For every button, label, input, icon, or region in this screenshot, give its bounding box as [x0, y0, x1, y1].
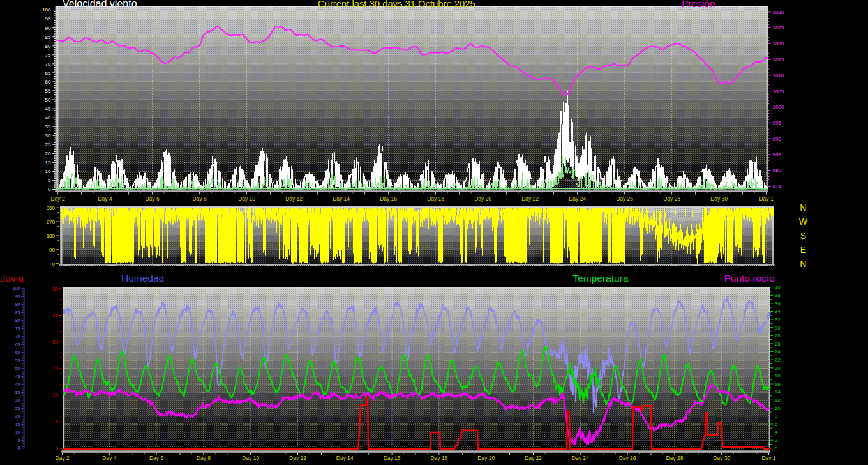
- svg-text:26: 26: [775, 341, 781, 347]
- svg-text:100: 100: [42, 7, 51, 13]
- svg-text:0: 0: [775, 446, 778, 452]
- svg-text:Presión: Presión: [682, 0, 715, 9]
- svg-text:50: 50: [45, 97, 51, 103]
- svg-text:20: 20: [45, 151, 51, 156]
- svg-text:4: 4: [775, 429, 778, 435]
- svg-text:Velocidad viento: Velocidad viento: [63, 0, 137, 9]
- svg-text:0: 0: [52, 261, 56, 267]
- svg-text:1000: 1000: [773, 104, 784, 110]
- svg-text:N: N: [800, 202, 806, 213]
- svg-text:Day 24: Day 24: [569, 195, 586, 202]
- svg-text:N: N: [800, 259, 806, 269]
- svg-text:Day 22: Day 22: [525, 455, 542, 461]
- svg-text:40: 40: [15, 382, 20, 386]
- svg-text:Lluvia: Lluvia: [0, 273, 24, 284]
- svg-text:45: 45: [15, 374, 20, 379]
- svg-text:Day 6: Day 6: [145, 195, 159, 202]
- svg-text:15: 15: [52, 366, 58, 372]
- svg-text:Day 1: Day 1: [759, 195, 773, 202]
- svg-text:1020: 1020: [773, 41, 784, 47]
- svg-text:270: 270: [47, 219, 56, 225]
- svg-text:995: 995: [773, 120, 782, 126]
- svg-text:34: 34: [775, 309, 781, 314]
- svg-text:2: 2: [775, 438, 778, 443]
- svg-text:Temperatura: Temperatura: [573, 273, 629, 284]
- svg-text:40: 40: [45, 115, 51, 121]
- svg-text:Day 30: Day 30: [710, 195, 728, 202]
- svg-text:60: 60: [45, 79, 51, 85]
- svg-text:40: 40: [775, 285, 781, 291]
- svg-text:980: 980: [773, 167, 782, 173]
- svg-text:Current last 30 days 31 Octubr: Current last 30 days 31 Octubre 2025: [318, 0, 475, 9]
- svg-text:Day 30: Day 30: [713, 455, 730, 461]
- svg-text:Day 6: Day 6: [149, 455, 163, 461]
- svg-text:0: 0: [55, 446, 58, 452]
- svg-text:Day 2: Day 2: [55, 455, 69, 461]
- svg-text:1025: 1025: [773, 25, 784, 31]
- svg-text:30: 30: [15, 398, 20, 402]
- svg-text:0: 0: [48, 187, 51, 192]
- svg-text:95: 95: [15, 294, 20, 299]
- svg-text:Day 20: Day 20: [477, 455, 495, 461]
- svg-text:70: 70: [45, 61, 51, 67]
- svg-text:1005: 1005: [773, 89, 784, 95]
- svg-text:10: 10: [15, 430, 20, 434]
- svg-text:990: 990: [773, 136, 782, 142]
- svg-text:Day 1: Day 1: [761, 455, 775, 461]
- svg-text:14: 14: [775, 389, 781, 395]
- svg-text:25: 25: [15, 406, 20, 411]
- svg-text:55: 55: [45, 88, 51, 94]
- svg-text:W: W: [799, 217, 808, 227]
- svg-text:6: 6: [775, 422, 778, 427]
- svg-text:24: 24: [775, 349, 781, 354]
- svg-text:80: 80: [45, 43, 51, 49]
- svg-text:Day 4: Day 4: [102, 455, 116, 461]
- svg-text:20: 20: [52, 339, 58, 345]
- svg-text:75: 75: [45, 52, 51, 58]
- svg-text:Day 16: Day 16: [384, 455, 401, 461]
- svg-text:1030: 1030: [773, 10, 784, 15]
- svg-text:30: 30: [45, 133, 51, 139]
- svg-text:Day 8: Day 8: [197, 455, 211, 461]
- svg-text:Day 18: Day 18: [427, 195, 444, 202]
- svg-text:30: 30: [775, 325, 781, 331]
- svg-text:Day 28: Day 28: [666, 455, 683, 461]
- svg-text:18: 18: [775, 373, 781, 379]
- svg-text:Day 14: Day 14: [333, 195, 350, 202]
- svg-text:32: 32: [775, 317, 781, 323]
- svg-text:16: 16: [775, 381, 781, 387]
- svg-text:75: 75: [15, 326, 20, 331]
- svg-text:100: 100: [13, 286, 20, 291]
- svg-text:55: 55: [15, 358, 20, 363]
- svg-text:Day 20: Day 20: [474, 195, 491, 202]
- svg-text:Day 4: Day 4: [98, 195, 112, 202]
- svg-text:36: 36: [775, 301, 781, 307]
- svg-text:10: 10: [52, 392, 58, 398]
- svg-text:5: 5: [18, 438, 20, 443]
- svg-text:25: 25: [52, 312, 58, 318]
- svg-text:85: 85: [45, 34, 51, 40]
- svg-text:38: 38: [775, 293, 781, 298]
- svg-text:Day 16: Day 16: [380, 195, 397, 202]
- svg-text:10: 10: [775, 406, 781, 411]
- svg-text:80: 80: [15, 318, 20, 323]
- svg-text:15: 15: [45, 160, 51, 165]
- svg-text:65: 65: [15, 342, 20, 347]
- svg-text:20: 20: [775, 365, 781, 371]
- svg-text:Day 10: Day 10: [242, 455, 259, 461]
- svg-text:85: 85: [15, 310, 20, 315]
- svg-text:35: 35: [45, 124, 51, 130]
- svg-text:90: 90: [15, 302, 20, 307]
- svg-text:90: 90: [49, 247, 55, 253]
- svg-text:E: E: [800, 245, 806, 255]
- svg-text:0: 0: [18, 446, 20, 450]
- svg-text:Day 22: Day 22: [521, 195, 539, 202]
- svg-text:5: 5: [48, 178, 51, 183]
- svg-text:65: 65: [45, 70, 51, 76]
- svg-text:Punto rocío: Punto rocío: [724, 273, 775, 284]
- svg-text:12: 12: [775, 397, 781, 403]
- svg-text:25: 25: [45, 142, 51, 148]
- svg-text:10: 10: [45, 169, 51, 174]
- svg-text:28: 28: [775, 333, 781, 339]
- svg-text:Day 26: Day 26: [619, 455, 636, 461]
